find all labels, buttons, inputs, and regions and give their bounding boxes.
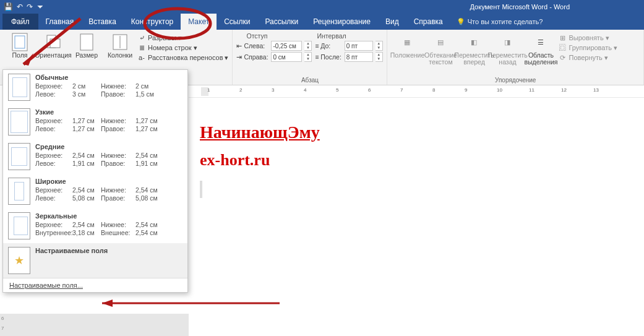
margins-preset-4[interactable]: ЗеркальныеВерхнее:2,54 смНижнее:2,54 смВ… (3, 209, 187, 243)
title-bar: 💾 ↶ ↷ ⏷ Документ Microsoft Word - Word (0, 0, 644, 14)
columns-button[interactable]: Колонки (104, 32, 136, 62)
tab-home[interactable]: Главная (38, 14, 82, 30)
selection-pane-button[interactable]: ☰Область выделения (525, 32, 557, 66)
spacing-after-icon: ≡ После: (315, 53, 341, 61)
breaks-button[interactable]: ⤶Разрывы ▾ (137, 33, 228, 42)
svg-rect-4 (80, 34, 93, 50)
doc-subheading[interactable]: ex-hort.ru (200, 151, 644, 170)
bring-forward-button[interactable]: ◧Переместить вперед (458, 32, 490, 66)
margins-dropdown: ОбычныеВерхнее:2 смНижнее:2 смЛевое:3 см… (2, 69, 188, 293)
horizontal-ruler[interactable]: 12345678910111213 (189, 85, 644, 98)
indent-right-spinner[interactable]: ▲▼ (304, 52, 312, 62)
position-button[interactable]: ▦Положение (391, 32, 423, 66)
ruler-tick: 7 (400, 87, 403, 93)
custom-margins-button[interactable]: Настраиваемые поля... (3, 278, 187, 292)
ruler-tick: 3 (272, 87, 274, 93)
preset-title: Средние (35, 143, 182, 150)
paragraph-group-label: Абзац (236, 75, 383, 84)
line-numbers-button[interactable]: ≣Номера строк ▾ (137, 43, 228, 52)
tab-review[interactable]: Рецензирование (306, 14, 378, 30)
doc-heading[interactable]: НачинающЭму (200, 123, 644, 142)
page-margin-strip (0, 314, 189, 336)
ruler-tick: 5 (336, 87, 338, 93)
margins-button[interactable]: Поля (4, 32, 36, 62)
tab-references[interactable]: Ссылки (217, 14, 257, 30)
wrap-icon: ▤ (432, 33, 449, 51)
tab-layout[interactable]: Макет (181, 14, 217, 30)
tab-mailings[interactable]: Рассылки (257, 14, 306, 30)
preset-title: Широкие (35, 178, 182, 185)
qat-customize-icon[interactable]: ⏷ (36, 2, 44, 11)
preset-icon (8, 74, 30, 101)
preset-custom-last[interactable]: ★ Настраиваемые поля (3, 243, 187, 278)
align-button[interactable]: ⊞Выровнять ▾ (558, 33, 617, 42)
ruler-tick: 12 (561, 87, 567, 93)
save-icon[interactable]: 💾 (4, 2, 13, 11)
preset-values: Верхнее:1,27 смНижнее:1,27 смЛевое:1,27 … (35, 117, 182, 132)
margins-preset-3[interactable]: ШирокиеВерхнее:2,54 смНижнее:2,54 смЛево… (3, 174, 187, 209)
position-icon: ▦ (398, 33, 416, 51)
star-icon: ★ (14, 254, 24, 267)
lightbulb-icon: 💡 (457, 18, 465, 26)
tab-help[interactable]: Справка (406, 14, 450, 30)
spacing-before-spinner[interactable]: ▲▼ (376, 41, 383, 51)
redo-icon[interactable]: ↷ (27, 2, 33, 11)
preset-values: Верхнее:2,54 смНижнее:2,54 смВнутреннее:… (35, 221, 182, 236)
indent-left-icon: ⇤ Слева: (236, 42, 268, 50)
indent-right-input[interactable]: 0 см (271, 52, 302, 62)
spacing-before-icon: ≡ До: (315, 42, 341, 50)
tab-design[interactable]: Конструктор (124, 14, 181, 30)
preset-icon (8, 212, 30, 239)
spacing-before-input[interactable]: 0 пт (345, 41, 373, 51)
selection-icon: ☰ (532, 33, 549, 51)
preset-title: Узкие (35, 108, 182, 116)
arrange-group-label: Упорядочение (391, 75, 640, 84)
rotate-button[interactable]: ⟳Повернуть ▾ (558, 53, 617, 62)
spacing-after-input[interactable]: 8 пт (345, 52, 373, 62)
columns-label: Колонки (108, 52, 132, 59)
tell-me-label: Что вы хотите сделать? (468, 18, 543, 25)
line-numbers-icon: ≣ (137, 43, 146, 52)
indent-right-icon: ⇥ Справа: (236, 53, 268, 61)
ruler-tick: 1 (207, 87, 210, 93)
margins-preset-0[interactable]: ОбычныеВерхнее:2 смНижнее:2 смЛевое:3 см… (3, 70, 187, 105)
send-backward-button[interactable]: ◨Переместить назад (491, 32, 523, 66)
ribbon-tabs: Файл Главная Вставка Конструктор Макет С… (0, 14, 644, 30)
custom-preset-icon: ★ (8, 247, 30, 274)
preset-title: Зеркальные (35, 212, 182, 220)
margins-preset-1[interactable]: УзкиеВерхнее:1,27 смНижнее:1,27 смЛевое:… (3, 105, 187, 139)
document-area[interactable]: НачинающЭму ex-hort.ru (189, 98, 644, 336)
group-button[interactable]: ⿴Группировать ▾ (558, 43, 617, 52)
custom-margins-label: Настраиваемые поля... (9, 282, 83, 289)
rotate-label: Повернуть (569, 54, 602, 61)
preset-icon (8, 178, 30, 205)
orientation-label: Ориентация (35, 52, 72, 59)
tab-file[interactable]: Файл (2, 14, 38, 30)
line-numbers-label: Номера строк (148, 44, 192, 51)
spacing-after-spinner[interactable]: ▲▼ (376, 52, 383, 62)
selection-label: Область выделения (524, 52, 557, 66)
indent-left-input[interactable]: -0,25 см (271, 41, 302, 51)
wrap-text-button[interactable]: ▤Обтекание текстом (424, 32, 457, 66)
preset-values: Верхнее:2 смНижнее:2 смЛевое:3 смПравое:… (35, 82, 182, 98)
tell-me[interactable]: 💡 Что вы хотите сделать? (457, 14, 543, 30)
indent-left-spinner[interactable]: ▲▼ (304, 41, 312, 51)
group-paragraph: Отступ Интервал ⇤ Слева: -0,25 см ▲▼ ≡ Д… (233, 30, 387, 85)
tab-view[interactable]: Вид (378, 14, 406, 30)
rotate-icon: ⟳ (558, 53, 567, 62)
tab-insert[interactable]: Вставка (81, 14, 124, 30)
hyphenation-button[interactable]: a-Расстановка переносов ▾ (137, 53, 228, 62)
undo-icon[interactable]: ↶ (17, 2, 23, 11)
align-icon: ⊞ (558, 33, 567, 42)
size-button[interactable]: Размер (71, 32, 103, 62)
group-arrange: ▦Положение ▤Обтекание текстом ◧Перемести… (387, 30, 644, 85)
preset-icon (8, 108, 30, 136)
ruler-tick: 6 (368, 87, 371, 93)
margins-preset-2[interactable]: СредниеВерхнее:2,54 смНижнее:2,54 смЛево… (3, 139, 187, 174)
backward-label: Переместить назад (487, 52, 527, 66)
preset-title: Обычные (35, 74, 182, 81)
preset-values: Верхнее:2,54 смНижнее:2,54 смЛевое:5,08 … (35, 186, 182, 202)
size-icon (78, 33, 95, 51)
page-setup-stack: ⤶Разрывы ▾ ≣Номера строк ▾ a-Расстановка… (137, 32, 228, 62)
orientation-button[interactable]: Ориентация (37, 32, 69, 62)
